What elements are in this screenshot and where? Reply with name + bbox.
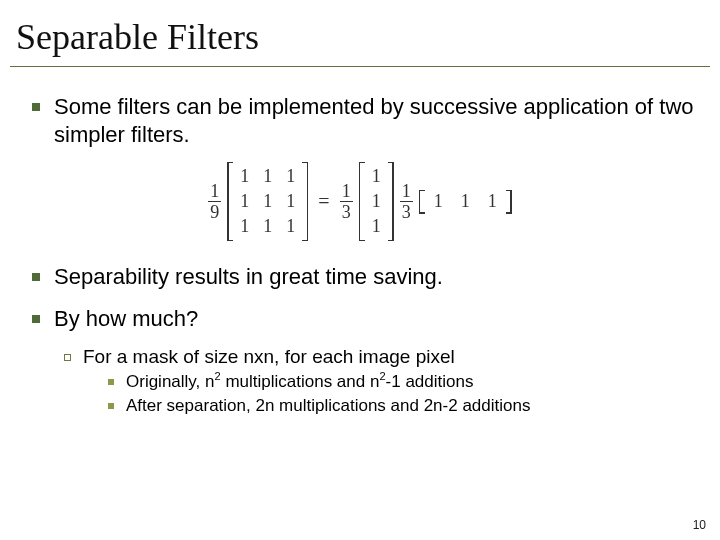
fraction-denominator: 3 xyxy=(340,201,353,221)
equation: 1 9 1 1 1 1 1 1 1 1 1 = xyxy=(208,162,511,241)
bracket-left-icon xyxy=(359,162,366,241)
fraction-denominator: 3 xyxy=(400,201,413,221)
bullet-text: For a mask of size nxn, for each image p… xyxy=(83,346,455,368)
matrix-cell: 1 xyxy=(286,216,295,237)
slide-title: Separable Filters xyxy=(16,16,704,58)
bracket-right-icon xyxy=(505,190,512,214)
matrix-cell: 1 xyxy=(461,191,470,212)
bullet-small-square-icon xyxy=(108,379,114,385)
text-fragment: Originally, n xyxy=(126,372,215,391)
matrix-3x3: 1 1 1 1 1 1 1 1 1 xyxy=(227,162,308,241)
matrix-cell: 1 xyxy=(372,216,381,237)
matrix-cell: 1 xyxy=(263,166,272,187)
bullet-square-icon xyxy=(32,273,40,281)
matrix-cell: 1 xyxy=(372,191,381,212)
fraction-1-9: 1 9 xyxy=(208,182,221,221)
column-vector: 1 1 1 xyxy=(359,162,394,241)
matrix-cell: 1 xyxy=(240,191,249,212)
text-fragment: -1 additions xyxy=(386,372,474,391)
matrix-cell: 1 xyxy=(286,166,295,187)
vector-cells: 1 1 1 xyxy=(366,162,387,241)
matrix-cell: 1 xyxy=(240,166,249,187)
matrix-cells: 1 1 1 1 1 1 1 1 1 xyxy=(234,162,301,241)
bullet-text: Some filters can be implemented by succe… xyxy=(54,93,710,148)
bullet-level1: Separability results in great time savin… xyxy=(32,263,710,291)
fraction-1-3a: 1 3 xyxy=(340,182,353,221)
bullet-small-square-icon xyxy=(108,403,114,409)
bullet-outline-square-icon xyxy=(64,354,71,361)
matrix-cell: 1 xyxy=(286,191,295,212)
slide: Separable Filters Some filters can be im… xyxy=(0,0,720,540)
bracket-left-icon xyxy=(419,190,426,214)
row-vector: 1 1 1 xyxy=(419,189,512,214)
matrix-cell: 1 xyxy=(434,191,443,212)
bullet-level3: After separation, 2n multiplications and… xyxy=(108,396,710,416)
bullet-level1: Some filters can be implemented by succe… xyxy=(32,93,710,148)
bullet-level2: For a mask of size nxn, for each image p… xyxy=(64,346,710,368)
equation-block: 1 9 1 1 1 1 1 1 1 1 1 = xyxy=(10,162,710,241)
bracket-right-icon xyxy=(387,162,394,241)
fraction-denominator: 9 xyxy=(208,201,221,221)
matrix-cell: 1 xyxy=(372,166,381,187)
bullet-text: Separability results in great time savin… xyxy=(54,263,443,291)
text-fragment: multiplications and n xyxy=(221,372,380,391)
matrix-cell: 1 xyxy=(263,216,272,237)
bullet-level1: By how much? xyxy=(32,305,710,333)
equals-sign: = xyxy=(314,190,333,213)
fraction-numerator: 1 xyxy=(400,182,413,201)
bracket-left-icon xyxy=(227,162,234,241)
bullet-text: After separation, 2n multiplications and… xyxy=(126,396,530,416)
fraction-numerator: 1 xyxy=(340,182,353,201)
matrix-cell: 1 xyxy=(488,191,497,212)
fraction-1-3b: 1 3 xyxy=(400,182,413,221)
bullet-square-icon xyxy=(32,315,40,323)
bracket-right-icon xyxy=(301,162,308,241)
bullet-square-icon xyxy=(32,103,40,111)
matrix-cell: 1 xyxy=(240,216,249,237)
fraction-numerator: 1 xyxy=(208,182,221,201)
row-cells: 1 1 1 xyxy=(426,189,505,214)
bullet-text: By how much? xyxy=(54,305,198,333)
matrix-cell: 1 xyxy=(263,191,272,212)
page-number: 10 xyxy=(693,518,706,532)
bullet-level3: Originally, n2 multiplications and n2-1 … xyxy=(108,372,710,392)
title-underline: Separable Filters xyxy=(10,12,710,67)
bullet-text: Originally, n2 multiplications and n2-1 … xyxy=(126,372,473,392)
